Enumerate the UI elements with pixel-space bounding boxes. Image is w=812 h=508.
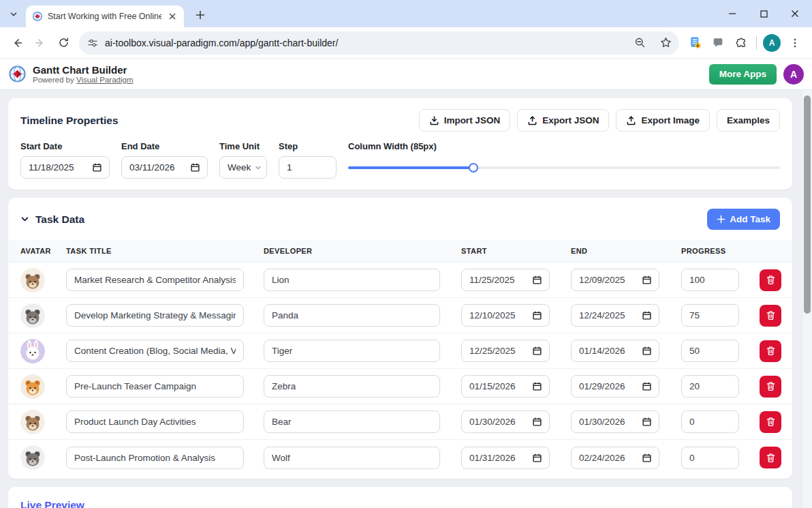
developer-input[interactable]: Bear: [264, 410, 440, 433]
minimize-button[interactable]: [717, 0, 748, 27]
progress-input[interactable]: 0: [681, 410, 739, 433]
url-bar[interactable]: ai-toolbox.visual-paradigm.com/app/gantt…: [79, 31, 679, 55]
cat-avatar-icon[interactable]: [20, 374, 45, 399]
task-title-input[interactable]: Post-Launch Promotion & Analysis: [66, 447, 244, 469]
toolbar-separator: [756, 36, 757, 50]
delete-task-button[interactable]: [760, 411, 781, 433]
calendar-icon[interactable]: [642, 346, 651, 355]
task-end-date-input[interactable]: 12/09/2025: [571, 269, 659, 291]
calendar-icon[interactable]: [642, 311, 651, 320]
column-header-progress: PROGRESS: [681, 247, 760, 255]
calendar-icon[interactable]: [533, 346, 542, 355]
maximize-button[interactable]: [748, 0, 779, 27]
calendar-icon[interactable]: [642, 453, 651, 462]
delete-task-button[interactable]: [760, 376, 781, 398]
task-start-date-input[interactable]: 01/30/2026: [461, 410, 550, 433]
browser-menu-icon[interactable]: [783, 31, 807, 55]
examples-button[interactable]: Examples: [717, 109, 780, 132]
developer-input[interactable]: Panda: [264, 304, 440, 327]
tab-search-button[interactable]: [5, 6, 22, 23]
calendar-icon[interactable]: [533, 311, 542, 320]
end-date-input[interactable]: 03/11/2026: [121, 156, 208, 179]
developer-input[interactable]: Tiger: [264, 340, 440, 362]
zoom-out-icon[interactable]: [630, 33, 649, 53]
task-end-date-input[interactable]: 01/14/2026: [571, 340, 659, 362]
column-width-thumb[interactable]: [469, 163, 478, 173]
calendar-icon[interactable]: [533, 382, 542, 391]
task-title-input[interactable]: Develop Marketing Strategy & Messaging: [66, 304, 244, 327]
export-json-button[interactable]: Export JSON: [517, 109, 609, 132]
task-start-date-input[interactable]: 12/10/2025: [461, 304, 550, 327]
delete-task-button[interactable]: [760, 305, 781, 327]
column-header-developer: DEVELOPER: [264, 247, 461, 255]
delete-task-button[interactable]: [760, 340, 781, 362]
task-title-input[interactable]: Pre-Launch Teaser Campaign: [66, 375, 244, 398]
bookmark-star-icon[interactable]: [656, 33, 675, 53]
task-start-date-input[interactable]: 11/25/2025: [461, 269, 550, 291]
tab-close-icon[interactable]: [166, 11, 178, 23]
extensions-puzzle-icon[interactable]: [730, 31, 753, 55]
wolf-avatar-icon[interactable]: [20, 445, 45, 470]
time-unit-label: Time Unit: [219, 141, 267, 151]
forward-button[interactable]: [29, 31, 52, 55]
developer-input[interactable]: Wolf: [264, 447, 440, 469]
task-end-date-input[interactable]: 02/24/2026: [571, 447, 659, 469]
more-apps-button[interactable]: More Apps: [709, 64, 777, 85]
developer-input[interactable]: Lion: [264, 269, 440, 291]
progress-input[interactable]: 20: [681, 375, 739, 398]
task-title-input[interactable]: Product Launch Day Activities: [66, 410, 244, 433]
calendar-icon[interactable]: [642, 417, 651, 426]
end-date-value: 03/11/2026: [129, 162, 175, 173]
reload-button[interactable]: [52, 31, 75, 55]
bear-avatar-icon[interactable]: [20, 410, 45, 434]
rabbit-avatar-icon[interactable]: [20, 339, 45, 363]
docs-extension-icon[interactable]: [683, 31, 706, 55]
visual-paradigm-link[interactable]: Visual Paradigm: [76, 76, 134, 84]
calendar-icon[interactable]: [93, 163, 102, 172]
new-tab-button[interactable]: [192, 7, 208, 23]
column-width-slider[interactable]: [348, 166, 780, 169]
progress-input[interactable]: 50: [681, 340, 739, 362]
bear-avatar-icon[interactable]: [20, 268, 45, 293]
task-title-input[interactable]: Market Research & Competitor Analysis: [66, 269, 244, 291]
task-title-input[interactable]: Content Creation (Blog, Social Media, Vi…: [66, 340, 244, 362]
task-start-date-input[interactable]: 01/31/2026: [461, 447, 550, 469]
delete-task-button[interactable]: [760, 269, 781, 291]
collapse-chevron-icon[interactable]: [20, 215, 29, 224]
browser-profile-avatar[interactable]: A: [763, 34, 781, 52]
page-scrollbar[interactable]: [802, 90, 812, 508]
add-task-button[interactable]: Add Task: [707, 209, 780, 230]
start-date-label: Start Date: [20, 141, 110, 151]
task-start-date-input[interactable]: 01/15/2026: [461, 375, 550, 398]
calendar-icon[interactable]: [533, 275, 542, 284]
task-start-date-input[interactable]: 12/25/2025: [461, 340, 550, 362]
comment-extension-icon[interactable]: [706, 31, 730, 55]
task-end-date-input[interactable]: 12/24/2025: [571, 304, 659, 327]
browser-tab[interactable]: Start Working with Free Online: [26, 5, 184, 27]
developer-input[interactable]: Zebra: [264, 375, 440, 398]
task-row: Post-Launch Promotion & Analysis Wolf 01…: [8, 440, 792, 475]
calendar-icon[interactable]: [642, 382, 651, 391]
import-json-button[interactable]: Import JSON: [419, 109, 511, 132]
progress-input[interactable]: 75: [681, 304, 739, 327]
calendar-icon[interactable]: [642, 275, 651, 284]
wolf-avatar-icon[interactable]: [20, 303, 45, 328]
step-input[interactable]: 1: [279, 156, 337, 179]
scrollbar-thumb[interactable]: [804, 95, 811, 314]
delete-task-button[interactable]: [760, 447, 781, 468]
task-end-date-input[interactable]: 01/29/2026: [571, 375, 659, 398]
calendar-icon[interactable]: [533, 453, 542, 462]
close-window-button[interactable]: [779, 0, 811, 27]
task-end-date-input[interactable]: 01/30/2026: [571, 410, 659, 433]
start-date-input[interactable]: 11/18/2025: [20, 156, 110, 179]
time-unit-select[interactable]: Week: [219, 156, 267, 179]
page-content: Timeline Properties Import JSON Export J…: [0, 90, 812, 508]
export-image-button[interactable]: Export Image: [616, 109, 710, 132]
back-button[interactable]: [5, 31, 29, 55]
progress-input[interactable]: 100: [681, 269, 739, 291]
progress-input[interactable]: 0: [681, 447, 739, 469]
calendar-icon[interactable]: [191, 163, 200, 172]
calendar-icon[interactable]: [533, 417, 542, 426]
user-avatar[interactable]: A: [783, 64, 804, 85]
site-settings-icon[interactable]: [87, 38, 98, 48]
